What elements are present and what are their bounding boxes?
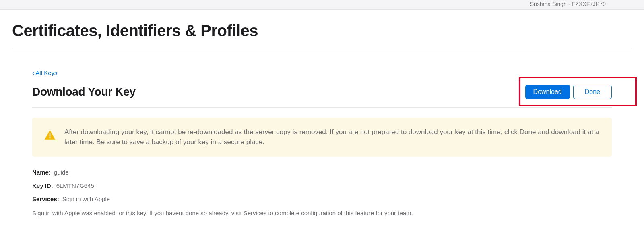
services-info-text: Sign in with Apple was enabled for this … <box>32 209 419 218</box>
detail-row-name: Name: guide <box>32 169 612 176</box>
name-value: guide <box>54 169 69 176</box>
done-button[interactable]: Done <box>573 85 612 99</box>
name-label: Name: <box>32 169 51 176</box>
breadcrumb-back-link[interactable]: ‹ All Keys <box>32 69 58 76</box>
keyid-label: Key ID: <box>32 182 53 189</box>
detail-row-services: Services: Sign in with Apple <box>32 195 612 202</box>
top-bar: Sushma Singh - EZXXF7JP79 <box>0 0 644 10</box>
services-value: Sign in with Apple <box>62 195 110 202</box>
warning-banner: After downloading your key, it cannot be… <box>32 118 612 157</box>
svg-rect-1 <box>50 137 51 139</box>
page-title: Certificates, Identifiers & Profiles <box>12 10 632 49</box>
content-area: ‹ All Keys Download Your Key Download Do… <box>12 49 632 218</box>
services-label: Services: <box>32 195 59 202</box>
download-button[interactable]: Download <box>525 85 570 99</box>
user-info-label: Sushma Singh - EZXXF7JP79 <box>530 1 606 7</box>
warning-message: After downloading your key, it cannot be… <box>64 127 601 147</box>
main-container: Certificates, Identifiers & Profiles ‹ A… <box>0 10 644 218</box>
details-section: Name: guide Key ID: 6LMTN7G645 Services:… <box>32 169 612 218</box>
button-group: Download Done <box>525 85 612 99</box>
section-title: Download Your Key <box>32 85 136 98</box>
keyid-value: 6LMTN7G645 <box>56 182 94 189</box>
section-header: Download Your Key Download Done <box>32 85 612 108</box>
detail-row-keyid: Key ID: 6LMTN7G645 <box>32 182 612 189</box>
svg-rect-0 <box>50 133 51 137</box>
warning-triangle-icon <box>43 129 56 142</box>
